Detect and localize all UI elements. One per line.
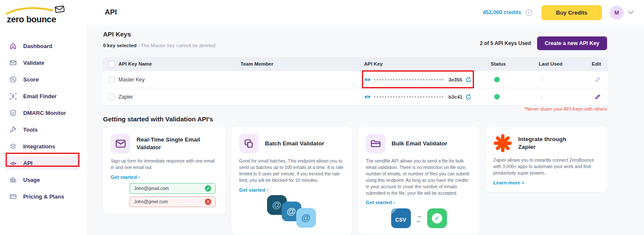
card-title: Bulk Email Validator bbox=[392, 140, 447, 148]
shield-check-icon bbox=[9, 109, 17, 117]
api-keys-usage-text: 2 of 5 API Keys Used bbox=[480, 40, 531, 46]
sidebar-item-label: Integrations bbox=[23, 143, 55, 150]
column-header-last-used: Last Used bbox=[539, 61, 587, 66]
bulk-validator-folder-icon bbox=[366, 134, 386, 154]
table-header-row: API Key Name Team Member API Key Status … bbox=[103, 57, 608, 71]
wrench-icon bbox=[9, 126, 17, 133]
learn-more-link[interactable]: Learn more > bbox=[493, 180, 525, 185]
sidebar-item-usage[interactable]: Usage bbox=[0, 172, 87, 188]
create-api-key-button[interactable]: Create a new API Key bbox=[537, 36, 607, 50]
status-dot-active bbox=[494, 77, 500, 82]
status-dot-active bbox=[494, 94, 500, 99]
zerobounce-logo[interactable]: zero bounce bbox=[6, 5, 79, 26]
credit-card-icon bbox=[9, 193, 17, 200]
row-checkbox[interactable] bbox=[109, 93, 115, 100]
card-title: Integrate through Zapier bbox=[518, 136, 583, 151]
sidebar-item-integrations[interactable]: Integrations bbox=[0, 138, 87, 155]
home-icon bbox=[9, 42, 17, 50]
email-validation-samples: John@gmail.com ✓ John@gmel.com × bbox=[130, 183, 216, 207]
card-integrate-zapier: Integrate through Zapier Zapier allows y… bbox=[486, 127, 607, 192]
reveal-key-eye-icon[interactable] bbox=[364, 77, 371, 82]
sidebar-item-label: Usage bbox=[23, 177, 40, 183]
sidebar-item-score[interactable]: Score bbox=[0, 71, 87, 88]
logo-envelope-icon bbox=[54, 5, 65, 13]
edit-pencil-icon[interactable] bbox=[595, 93, 601, 100]
invalid-email-sample: John@gmel.com × bbox=[130, 196, 216, 207]
api-keys-section-title: API Keys bbox=[103, 30, 131, 38]
percent-circle-icon bbox=[9, 76, 17, 83]
invalid-x-icon: × bbox=[205, 199, 211, 205]
card-description: The sendfile API allows you to send a fi… bbox=[366, 158, 472, 196]
sidebar-item-label: Pricing & Plans bbox=[23, 193, 64, 200]
sidebar-item-pricing-plans[interactable]: Pricing & Plans bbox=[0, 188, 87, 205]
edit-pencil-icon[interactable] bbox=[595, 76, 601, 83]
reveal-key-eye-icon[interactable] bbox=[364, 94, 371, 99]
single-email-validator-icon bbox=[111, 134, 131, 154]
zapier-logo-icon bbox=[493, 134, 512, 153]
get-started-link[interactable]: Get started › bbox=[239, 187, 268, 193]
last-used-value: - bbox=[541, 94, 543, 100]
api-key-name: Zapier bbox=[118, 94, 240, 100]
card-description: Good for small batches. This endpoint al… bbox=[239, 158, 344, 184]
chevron-down-icon[interactable] bbox=[628, 11, 634, 14]
card-description: Sign up form for immediate response with… bbox=[111, 158, 218, 171]
topbar: API 452,000 credits i Buy Credits M bbox=[87, 0, 644, 25]
get-started-link[interactable]: Get started › bbox=[111, 175, 140, 180]
sidebar-item-dashboard[interactable]: Dashboard bbox=[0, 38, 87, 54]
refresh-key-icon[interactable] bbox=[465, 77, 471, 83]
select-all-checkbox[interactable] bbox=[109, 61, 115, 67]
buy-credits-button[interactable]: Buy Credits bbox=[541, 5, 602, 20]
refresh-key-icon[interactable] bbox=[465, 94, 471, 100]
sidebar-item-label: Email Finder bbox=[23, 93, 57, 99]
page-title: API bbox=[105, 8, 117, 17]
info-icon[interactable]: i bbox=[526, 9, 532, 16]
get-started-link[interactable]: Get started › bbox=[366, 200, 395, 205]
csv-file-icon: CSV bbox=[391, 208, 411, 228]
brand-name: zero bounce bbox=[7, 15, 56, 24]
api-key-suffix: 3e355 bbox=[449, 77, 462, 82]
main-content: API Keys 0 key selected › The Master key… bbox=[87, 25, 644, 235]
sidebar: zero bounce Dashboard Validate Score Ema… bbox=[0, 0, 87, 235]
sidebar-nav: Dashboard Validate Score Email Finder DM… bbox=[0, 38, 87, 205]
selection-status: 0 key selected › The Master key cannot b… bbox=[103, 43, 216, 48]
envelope-icon bbox=[9, 59, 17, 66]
valid-check-icon: ✓ bbox=[205, 185, 211, 192]
table-row-master-key: Master Key ·························· 3e… bbox=[103, 71, 608, 88]
api-keys-table: API Key Name Team Member API Key Status … bbox=[103, 57, 608, 105]
bar-chart-icon bbox=[9, 176, 17, 184]
sidebar-item-tools[interactable]: Tools bbox=[0, 121, 87, 138]
sidebar-item-email-finder[interactable]: Email Finder bbox=[0, 88, 87, 105]
keys-selected-count: 0 key selected bbox=[103, 43, 137, 48]
card-realtime-single-email-validator: Real-Time Single Email Validator Sign up… bbox=[103, 127, 225, 214]
sidebar-item-label: Dashboard bbox=[23, 43, 52, 49]
sidebar-item-label: Tools bbox=[23, 127, 38, 133]
credits-balance: 452,000 credits bbox=[483, 9, 521, 15]
row-checkbox[interactable] bbox=[109, 76, 115, 83]
sidebar-item-label: DMARC Monitor bbox=[23, 110, 66, 116]
getting-started-title: Getting started with Validation API's bbox=[103, 115, 213, 123]
accepted-check-icon: ✓ bbox=[427, 208, 447, 228]
card-title: Real-Time Single Email Validator bbox=[137, 136, 218, 151]
sidebar-item-validate[interactable]: Validate bbox=[0, 54, 87, 71]
at-tile-light: @ bbox=[296, 208, 316, 228]
last-used-value: - bbox=[541, 77, 543, 83]
column-header-status: Status bbox=[491, 61, 539, 66]
csv-upload-illustration: CSV → ← ✓ bbox=[366, 208, 472, 228]
table-row-zapier: Zapier ·························· b3c41 … bbox=[103, 88, 608, 105]
card-title: Batch Email Validator bbox=[265, 140, 324, 148]
getting-started-cards: Real-Time Single Email Validator Sign up… bbox=[103, 127, 608, 235]
column-header-api-key: API Key bbox=[364, 61, 491, 66]
card-batch-email-validator: Batch Email Validator Good for small bat… bbox=[231, 127, 352, 235]
sidebar-item-api[interactable]: </> API bbox=[7, 157, 79, 170]
never-share-warning: *Never share your API Keys with others bbox=[524, 106, 607, 111]
avatar[interactable]: M bbox=[610, 6, 624, 20]
batch-validator-copy-icon bbox=[239, 134, 259, 154]
api-key-suffix: b3c41 bbox=[449, 94, 463, 99]
code-icon: </> bbox=[9, 160, 17, 167]
layers-icon bbox=[9, 143, 17, 150]
api-key-name: Master Key bbox=[118, 77, 240, 83]
sidebar-item-dmarc-monitor[interactable]: DMARC Monitor bbox=[0, 105, 87, 121]
masked-api-key: ·························· bbox=[374, 94, 445, 99]
at-symbols-illustration: @ @ @ bbox=[255, 195, 329, 229]
sidebar-item-label: Score bbox=[23, 76, 39, 83]
